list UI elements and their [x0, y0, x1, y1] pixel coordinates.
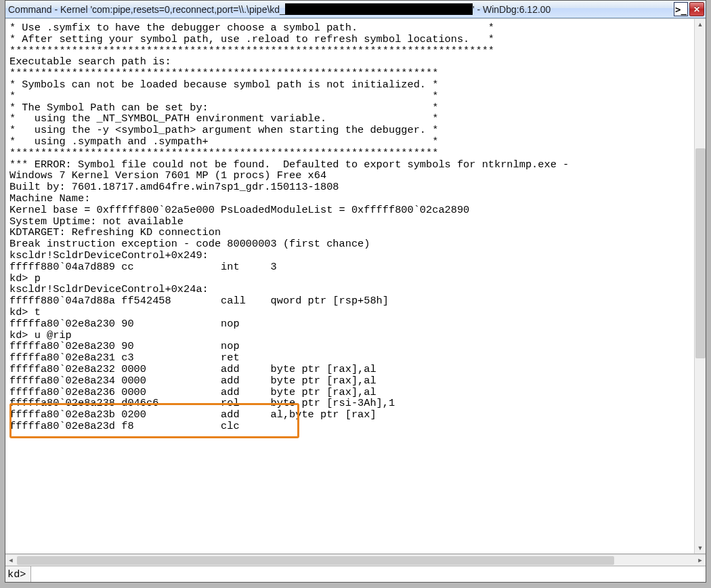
scroll-right-icon[interactable]: ► — [695, 555, 706, 566]
console-icon[interactable]: >_ — [674, 2, 688, 16]
hscroll-thumb[interactable] — [17, 556, 614, 565]
titlebar[interactable]: Command - Kernel 'com:pipe,resets=0,reco… — [5, 1, 706, 18]
title-prefix: Command - Kernel 'com:pipe,resets=0,reco… — [8, 4, 285, 15]
scroll-track[interactable] — [695, 30, 706, 543]
output-pane[interactable]: * Use .symfix to have the debugger choos… — [5, 19, 694, 553]
command-input[interactable] — [31, 566, 706, 582]
prompt-label: kd> — [5, 566, 31, 582]
command-input-bar: kd> — [5, 566, 706, 582]
vertical-scrollbar[interactable]: ▲ ▼ — [694, 19, 706, 553]
hscroll-track[interactable] — [17, 555, 694, 566]
scroll-left-icon[interactable]: ◄ — [5, 555, 16, 566]
close-button[interactable]: ✕ — [689, 2, 704, 16]
title-redacted — [285, 3, 473, 15]
horizontal-scrollbar[interactable]: ◄ ► — [5, 554, 706, 566]
scroll-down-icon[interactable]: ▼ — [695, 543, 706, 553]
scroll-up-icon[interactable]: ▲ — [695, 19, 706, 30]
title-suffix: ' - WinDbg:6.12.00 — [473, 4, 551, 15]
scroll-thumb[interactable] — [695, 148, 706, 358]
debugger-window: Command - Kernel 'com:pipe,resets=0,reco… — [5, 0, 706, 583]
